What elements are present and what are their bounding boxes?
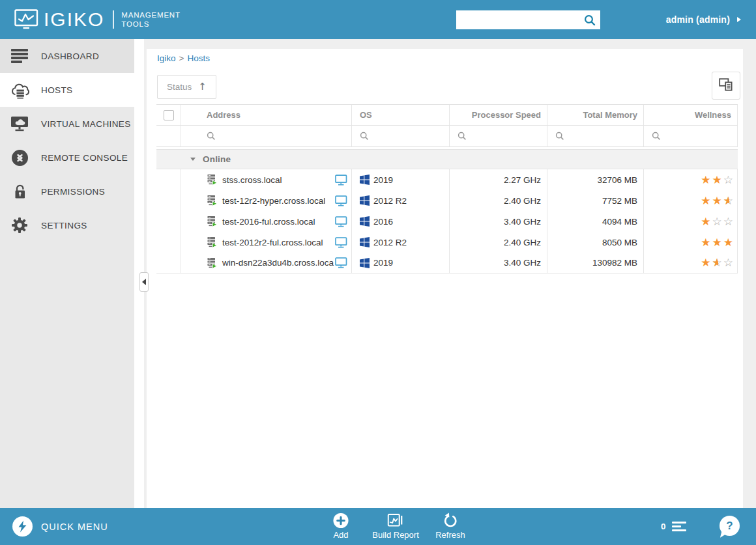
- remote-console-icon: [10, 148, 29, 167]
- filter-cell-address[interactable]: [181, 126, 352, 147]
- host-row[interactable]: test-2012r2-ful.cross.local 2012 R2: [156, 232, 738, 253]
- server-online-icon: [207, 257, 218, 269]
- star-full-icon: ★: [700, 175, 711, 186]
- host-os: 2012 R2: [373, 238, 407, 247]
- refresh-icon: [443, 512, 458, 529]
- sidebar-item-dashboard[interactable]: DASHBOARD: [0, 39, 144, 73]
- filter-search-icon: [360, 132, 369, 141]
- filter-cell-os[interactable]: [352, 126, 450, 147]
- help-icon: ?: [726, 520, 733, 533]
- arrow-up-icon: ↑: [198, 82, 207, 92]
- sidebar-item-remote-console[interactable]: REMOTE CONSOLE: [0, 141, 144, 175]
- brand-tagline: MANAGEMENT TOOLS: [121, 10, 180, 29]
- search-icon[interactable]: [579, 10, 600, 29]
- add-label: Add: [333, 530, 348, 540]
- notifications-button[interactable]: 0: [661, 508, 686, 545]
- sidebar-item-hosts[interactable]: HOSTS: [0, 73, 144, 107]
- caret-right-icon: [737, 17, 741, 22]
- host-address-link[interactable]: win-dsn22a3du4b.cross.loca: [222, 258, 334, 268]
- server-online-icon: [207, 236, 218, 248]
- host-row[interactable]: stss.cross.local 2019 2.27 GHz: [156, 169, 738, 190]
- host-processor-speed: 3.40 GHz: [450, 211, 547, 232]
- monitor-chart-icon: [14, 9, 38, 30]
- filter-search-icon: [652, 132, 661, 141]
- host-address-cell: win-dsn22a3du4b.cross.loca: [181, 253, 352, 273]
- sidebar-collapse-handle[interactable]: [139, 272, 149, 292]
- remote-desktop-icon[interactable]: [335, 195, 347, 206]
- remote-desktop-icon[interactable]: [335, 216, 347, 227]
- host-os: 2016: [373, 217, 393, 227]
- caret-down-icon: [190, 158, 196, 161]
- sidebar-item-permissions[interactable]: PERMISSIONS: [0, 175, 144, 208]
- host-address-cell: test-2012r2-ful.cross.local: [181, 232, 352, 253]
- user-menu[interactable]: admin (admin): [666, 0, 741, 39]
- build-report-label: Build Report: [372, 530, 419, 540]
- remote-desktop-icon[interactable]: [335, 175, 347, 186]
- host-os-cell: 2016: [352, 211, 450, 232]
- host-row[interactable]: test-12r2-hyper.cross.local 2012 R2: [156, 190, 738, 211]
- sidebar-item-virtual-machines[interactable]: VIRTUAL MACHINES: [0, 107, 144, 141]
- filter-search-icon: [555, 132, 564, 141]
- refresh-label: Refresh: [435, 530, 465, 540]
- star-empty-icon: ☆: [723, 175, 734, 186]
- hosts-table: Address OS Processor Speed Total Memory …: [156, 104, 738, 273]
- breadcrumb-current-link[interactable]: Hosts: [187, 53, 210, 63]
- bottom-bar: QUICK MENU Add Build Report Refres: [0, 508, 756, 545]
- quick-menu-button[interactable]: QUICK MENU: [12, 508, 108, 545]
- column-header-total-memory[interactable]: Total Memory: [547, 105, 644, 126]
- filter-cell-wellness[interactable]: [644, 126, 738, 147]
- host-address-link[interactable]: stss.cross.local: [222, 175, 282, 185]
- refresh-button[interactable]: Refresh: [435, 512, 465, 540]
- star-empty-icon: ☆: [723, 257, 734, 268]
- host-os: 2012 R2: [373, 196, 407, 206]
- host-os-cell: 2012 R2: [352, 190, 450, 211]
- host-total-memory: 32706 MB: [547, 169, 644, 190]
- sort-chip-status[interactable]: Status ↑: [157, 75, 216, 99]
- dashboard-icon: [10, 46, 29, 66]
- star-full-icon: ★: [700, 257, 711, 268]
- build-report-button[interactable]: Build Report: [372, 512, 419, 540]
- star-full-icon: ★: [700, 195, 711, 206]
- select-all-checkbox[interactable]: [164, 110, 174, 120]
- breadcrumb-root-link[interactable]: Igiko: [157, 53, 176, 63]
- column-header-wellness[interactable]: Wellness: [644, 105, 738, 126]
- host-processor-speed: 2.27 GHz: [450, 169, 547, 190]
- group-row-online[interactable]: Online: [156, 149, 738, 169]
- permissions-icon: [10, 182, 29, 201]
- sidebar-item-label: VIRTUAL MACHINES: [41, 119, 131, 129]
- host-address-link[interactable]: test-2012r2-ful.cross.local: [222, 238, 323, 247]
- brand-divider: [113, 10, 114, 29]
- add-button[interactable]: Add: [333, 512, 349, 540]
- host-address-link[interactable]: test-2016-ful.cross.local: [222, 217, 315, 227]
- remote-desktop-icon[interactable]: [335, 257, 347, 268]
- top-bar: IGIKO MANAGEMENT TOOLS admin (admin): [0, 0, 756, 39]
- star-full-icon: ★: [712, 195, 723, 206]
- sidebar-item-settings[interactable]: SETTINGS: [0, 208, 144, 242]
- sidebar-item-label: DASHBOARD: [41, 51, 99, 61]
- server-online-icon: [207, 195, 218, 206]
- breadcrumb-separator: >: [176, 53, 188, 63]
- app-logo: IGIKO MANAGEMENT TOOLS: [14, 0, 181, 39]
- column-header-os[interactable]: OS: [352, 105, 450, 126]
- host-processor-speed: 2.40 GHz: [450, 232, 547, 253]
- host-wellness-stars: ★★★☆: [644, 190, 738, 211]
- star-empty-icon: ☆: [712, 216, 723, 227]
- host-os: 2019: [373, 175, 393, 185]
- host-os-cell: 2019: [352, 253, 450, 273]
- filter-cell-empty: [156, 126, 181, 147]
- column-header-address[interactable]: Address: [181, 105, 352, 126]
- host-row[interactable]: win-dsn22a3du4b.cross.loca 2019 3.: [156, 253, 738, 273]
- host-address-link[interactable]: test-12r2-hyper.cross.local: [222, 196, 325, 206]
- column-header-processor-speed[interactable]: Processor Speed: [450, 105, 547, 126]
- search-input[interactable]: [456, 10, 579, 29]
- host-os-cell: 2012 R2: [352, 232, 450, 253]
- filter-cell-total-memory[interactable]: [547, 126, 644, 147]
- host-row[interactable]: test-2016-ful.cross.local 2016 3.4: [156, 211, 738, 232]
- column-chooser-button[interactable]: [712, 72, 740, 100]
- remote-desktop-icon[interactable]: [335, 237, 347, 248]
- star-full-icon: ★: [712, 175, 723, 186]
- sort-field-label: Status: [167, 82, 192, 92]
- filter-cell-processor-speed[interactable]: [450, 126, 547, 147]
- windows-icon: [360, 216, 370, 227]
- help-button[interactable]: ?: [720, 516, 740, 536]
